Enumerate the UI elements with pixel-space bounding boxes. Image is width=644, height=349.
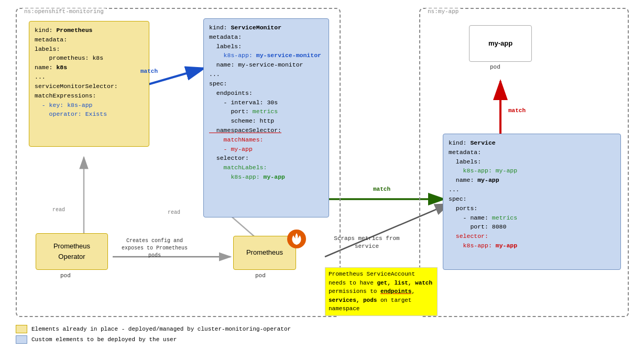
my-app-pod-label: pod xyxy=(490,64,500,70)
svc-port-name-val: metrics xyxy=(492,214,517,221)
match-arrow-label-3: match xyxy=(508,107,526,114)
svc-kind-val: Service xyxy=(470,139,495,146)
sm-kind-val: ServiceMonitor xyxy=(231,24,281,31)
ns-openshift-label: ns:openshift-monitoring xyxy=(22,8,106,15)
svc-k8s-app: k8s-app: my-app xyxy=(449,166,615,176)
sm-mn-label: matchNames: xyxy=(224,136,264,143)
sm-my-app: - my-app xyxy=(209,145,323,154)
sm-k8s-app: k8s-app: my-service-monitor xyxy=(209,51,323,60)
sm-match-names: matchNames: xyxy=(209,135,323,145)
kind-line: kind: Prometheus xyxy=(35,26,144,35)
svc-name-val: my-app xyxy=(477,177,499,183)
services-pods-word: services, pods xyxy=(329,297,377,303)
ns-myapp-label: ns:my-app xyxy=(425,8,461,15)
svc-labels: labels: xyxy=(449,157,615,167)
svc-meta: metadata: xyxy=(449,148,615,157)
read-label-1: read xyxy=(52,207,65,213)
my-app-label: my-app xyxy=(488,38,512,49)
sm-port-val: metrics xyxy=(253,108,278,115)
sm-port: port: metrics xyxy=(209,107,323,116)
prom-val: k8s xyxy=(92,54,103,61)
sm-labels: labels: xyxy=(209,42,323,51)
name-line: name: k8s xyxy=(35,63,144,72)
kind-label: kind: xyxy=(35,27,56,34)
prom-key-line: prometheus: k8s xyxy=(35,53,144,63)
sm-k8s-app2-val: my-app xyxy=(264,173,285,180)
my-app-card: my-app xyxy=(469,25,532,62)
svc-port-name: - name: metrics xyxy=(449,213,615,223)
get-list-watch: get, list, watch xyxy=(377,280,432,286)
svc-spec: spec: xyxy=(449,194,615,204)
operator-line: operator: Exists xyxy=(35,110,144,119)
svc-k8s-app-key: k8s-app: my-app xyxy=(463,167,518,174)
svc-ports: ports: xyxy=(449,204,615,213)
svc-k8s-app2-val: my-app xyxy=(496,242,517,249)
kind-value: Prometheus xyxy=(56,27,92,34)
sm-interval: - interval: 30s xyxy=(209,98,323,107)
legend: Elements already in place - deployed/man… xyxy=(16,325,291,344)
sm-spec: spec: xyxy=(209,79,323,89)
sm-match-labels: matchLabels: xyxy=(209,163,323,172)
svc-port-num: port: 8080 xyxy=(449,222,615,232)
prometheus-icon xyxy=(287,230,306,248)
sm-k8s-app-key: k8s-app: xyxy=(224,52,256,59)
prometheus-label: Prometheus xyxy=(246,247,283,258)
metadata-line: metadata: xyxy=(35,35,144,45)
svc-ellipsis: ... xyxy=(449,185,615,194)
ellipsis1: ... xyxy=(35,72,144,82)
legend-yellow-box xyxy=(16,325,27,333)
prometheus-kind-card: kind: Prometheus metadata: labels: prome… xyxy=(29,21,149,147)
sm-scheme: scheme: http xyxy=(209,116,323,126)
service-monitor-card: kind: ServiceMonitor metadata: labels: k… xyxy=(203,18,329,217)
endpoints-word: endpoints xyxy=(380,288,411,295)
annotation-box: Prometheus ServiceAccount needs to have … xyxy=(325,267,438,316)
sm-ml-label: matchLabels: xyxy=(224,164,267,171)
scrapes-label: Scraps metrics from service xyxy=(333,235,401,251)
prom-op-pod-label: pod xyxy=(60,272,71,279)
svc-name: name: my-app xyxy=(449,176,615,185)
legend-blue-box xyxy=(16,335,27,344)
svc-selector: selector: xyxy=(449,232,615,241)
sm-k8s-app2-key: k8s-app: xyxy=(231,173,263,180)
svc-k8s-app2-key: k8s-app: xyxy=(463,242,496,249)
sm-selector: selector: xyxy=(209,154,323,163)
sm-endpoints: endpoints: xyxy=(209,89,323,98)
sm-meta: metadata: xyxy=(209,32,323,42)
svc-sel-label: selector: xyxy=(456,233,488,239)
sm-name: name: my-service-monitor xyxy=(209,60,323,70)
sm-k8s-app-val: my-service-monitor xyxy=(256,52,321,59)
key-val: k8s-app xyxy=(67,102,92,108)
sm-ns-selector: namespaceSelector: xyxy=(209,126,323,135)
prometheus-operator-card: Prometheus Operator xyxy=(36,233,108,270)
creates-label: Creates config andexposes to Prometheusp… xyxy=(118,237,191,259)
legend-yellow-label: Elements already in place - deployed/man… xyxy=(31,326,291,332)
sm-name-val: my-service-monitor xyxy=(238,61,303,68)
sms-line: serviceMonitorSelector: xyxy=(35,82,144,91)
key-dash: - key: xyxy=(42,102,67,108)
op-label: operator: xyxy=(49,111,85,117)
prom-op-label2: Operator xyxy=(53,252,90,262)
prom-op-label1: Prometheus xyxy=(53,241,90,252)
diagram: ns:openshift-monitoring ns:my-app kind: … xyxy=(0,0,644,349)
prom-pod-label: pod xyxy=(255,272,266,279)
legend-blue-item: Custom elements to be deployed by the us… xyxy=(16,335,291,344)
sm-ellipsis: ... xyxy=(209,70,323,79)
name-val: k8s xyxy=(56,64,67,71)
read-label-2: read xyxy=(168,210,180,215)
labels-line: labels: xyxy=(35,45,144,54)
sm-k8s-app2: k8s-app: my-app xyxy=(209,172,323,182)
service-card: kind: Service metadata: labels: k8s-app:… xyxy=(443,134,621,270)
sm-kind: kind: ServiceMonitor xyxy=(209,23,323,32)
match-arrow-label-1: match xyxy=(140,68,158,74)
match-arrow-label-2: match xyxy=(373,186,390,192)
prometheus-pod-card: Prometheus xyxy=(233,236,296,270)
svc-kind: kind: Service xyxy=(449,138,615,148)
legend-blue-label: Custom elements to be deployed by the us… xyxy=(31,336,177,343)
sm-myapp-val: - my-app xyxy=(224,146,253,152)
op-val: Exists xyxy=(85,111,107,117)
key-line: - key: k8s-app xyxy=(35,101,144,110)
svc-k8s-app2: k8s-app: my-app xyxy=(449,241,615,250)
legend-yellow-item: Elements already in place - deployed/man… xyxy=(16,325,291,333)
me-line: matchExpressions: xyxy=(35,91,144,101)
